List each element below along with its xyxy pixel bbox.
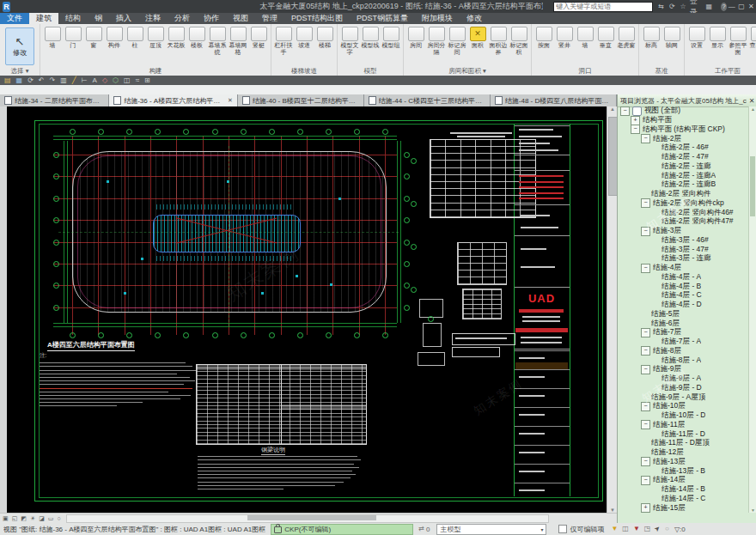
tree-item[interactable]: 结施-14层 - B — [618, 485, 749, 495]
text-icon[interactable]: A — [93, 76, 97, 85]
ribbon-tab-结构[interactable]: 结构 — [58, 13, 88, 24]
maximize-button[interactable]: ▢ — [736, 0, 746, 13]
panel-label[interactable]: 模型 — [338, 66, 403, 76]
ribbon-tab-协作[interactable]: 协作 — [197, 13, 226, 24]
view-tab-1[interactable]: 结施-36 - A楼四至六层结构平面...✕ — [109, 94, 238, 106]
shadows-icon[interactable]: ◪ — [39, 514, 45, 523]
tree-item[interactable]: 结施-14层 - C — [618, 495, 749, 504]
minimize-button[interactable]: — — [727, 0, 736, 13]
tree-item[interactable]: −结施-3层 — [618, 227, 749, 236]
tool-墙[interactable]: 墙 — [42, 26, 63, 49]
search-arrows-icon[interactable]: ⇆ — [658, 3, 664, 11]
revit-logo-icon[interactable]: R — [3, 2, 10, 12]
tree-item[interactable]: 结施-7层 - A — [618, 337, 749, 347]
tool-设置[interactable]: 设置 — [686, 26, 707, 49]
undo-icon[interactable]: ↶ — [39, 76, 45, 85]
tree-item[interactable]: 结施-2层 - 连廊A — [618, 171, 749, 180]
tree-expander-icon[interactable]: − — [641, 328, 650, 337]
visual-style-icon[interactable]: ◩ — [21, 514, 27, 523]
sync-icon[interactable]: ⟳ — [669, 3, 675, 11]
tree-item[interactable]: 结施-8层 - A — [618, 356, 749, 365]
tree-item[interactable]: 结施-10层 - D — [618, 411, 749, 421]
tree-item[interactable]: 结施-12层 — [618, 448, 749, 458]
tool-模型组[interactable]: 模型组 — [381, 26, 401, 49]
tree-item[interactable]: +结构平面 — [618, 116, 749, 125]
tool-房间[interactable]: 房间 — [405, 26, 426, 49]
panel-label[interactable]: 楼梯坡道 — [271, 66, 337, 76]
tool-天花板[interactable]: 天花板 — [166, 26, 186, 49]
tree-item[interactable]: −结施-2层 竖向构件ckp — [618, 199, 749, 209]
tool-轴网[interactable]: 轴网 — [662, 26, 682, 49]
tool-面积[interactable]: ✕面积 — [467, 26, 488, 49]
ribbon-tab-建筑[interactable]: 建筑 — [29, 13, 58, 24]
tree-item[interactable]: +结施-15层 — [618, 503, 749, 513]
tree-expander-icon[interactable]: − — [641, 198, 650, 208]
tool-栏杆扶手[interactable]: 栏杆扶手 — [273, 26, 294, 55]
isolate-icon[interactable]: ▼ — [633, 525, 640, 533]
tree-expander-icon[interactable]: − — [641, 134, 650, 143]
tool-标高[interactable]: 标高 — [641, 26, 662, 49]
tool-门[interactable]: 门 — [63, 26, 83, 49]
ribbon-tab-PDST结构出图[interactable]: PDST结构出图 — [284, 13, 350, 24]
tool-坡道[interactable]: 坡道 — [294, 26, 314, 49]
panel-label[interactable]: 工作平面 — [685, 66, 756, 76]
tree-item[interactable]: −结施-14层 — [618, 476, 749, 485]
ribbon-tab-钢[interactable]: 钢 — [88, 13, 109, 24]
tool-模型线[interactable]: 模型线 — [360, 26, 381, 49]
tree-expander-icon[interactable]: + — [641, 503, 650, 513]
reveal-icon[interactable]: ◳ — [644, 525, 651, 533]
tag-icon[interactable]: ◇ — [102, 76, 107, 85]
tree-item[interactable]: 结施-2层 - 连廊B — [618, 180, 749, 190]
tree-item[interactable]: 结施-13层 - B — [618, 466, 749, 476]
tool-构件[interactable]: 构件 — [104, 26, 125, 49]
tree-item[interactable]: −结施-10层 — [618, 402, 749, 411]
ribbon-tab-附加模块[interactable]: 附加模块 — [415, 13, 460, 24]
tree-item[interactable]: 结施-4层 - B — [618, 282, 749, 291]
ribbon-tab-PDST钢筋算量[interactable]: PDST钢筋算量 — [350, 13, 415, 24]
ribbon-tab-插入[interactable]: 插入 — [109, 13, 138, 24]
save-icon[interactable]: ▦ — [16, 76, 23, 85]
sync-icon[interactable]: ⟳ — [27, 76, 34, 85]
tree-item[interactable]: 结施-2层 - 47# — [618, 153, 749, 162]
detail-level-icon[interactable]: ◱ — [12, 514, 18, 523]
tree-item[interactable]: 结施-2层 竖向构件46# — [618, 208, 749, 217]
select-arrow-icon[interactable]: ➤ — [653, 524, 663, 534]
tree-item[interactable]: 结施-3层 - 连廊 — [618, 254, 749, 264]
scroll-thumb[interactable] — [247, 515, 376, 520]
edit-requests-icon[interactable]: ⇄ — [418, 525, 424, 533]
tool-面积边界[interactable]: 面积边界 — [488, 26, 509, 55]
open-icon[interactable]: ▤ — [4, 76, 11, 85]
workset-indicator[interactable]: CKP(不可编辑) — [271, 524, 413, 535]
ribbon-tab-管理[interactable]: 管理 — [255, 13, 284, 24]
tool-竖梃[interactable]: 竖梃 — [248, 26, 269, 49]
tool-查看器[interactable]: 查看器 — [748, 26, 756, 49]
tree-item[interactable]: −结施-9层 — [618, 365, 749, 374]
selection-filter[interactable]: ▽ :0 — [674, 526, 686, 533]
tree-item[interactable]: 结施-9层 - A — [618, 374, 749, 384]
close-icon[interactable]: ✕ — [747, 97, 756, 105]
scale-icon[interactable]: ▣ — [3, 514, 9, 523]
constraints-icon[interactable]: ○ — [665, 525, 669, 533]
tree-expander-icon[interactable]: − — [641, 227, 650, 236]
tree-expander-icon[interactable]: − — [620, 106, 630, 116]
tree-expander-icon[interactable]: − — [641, 365, 650, 374]
tool-显示[interactable]: 显示 — [707, 26, 728, 49]
tool-参照平面[interactable]: 参照平面 — [728, 26, 748, 55]
thin-lines-icon[interactable]: ≈ — [136, 76, 139, 85]
tool-楼板[interactable]: 楼板 — [186, 26, 207, 49]
tree-item[interactable]: −结施-7层 — [618, 328, 749, 337]
tree-item[interactable]: 结施-2层 竖向构件47# — [618, 217, 749, 227]
unhide-funnel-icon[interactable]: ▼ — [611, 525, 618, 533]
tree-item[interactable]: 结施-11层 - D屋顶 — [618, 439, 749, 448]
redo-icon[interactable]: ↷ — [50, 76, 56, 85]
tree-item[interactable]: −结施-11层 — [618, 421, 749, 430]
tree-expander-icon[interactable]: + — [631, 116, 640, 125]
view-tab-3[interactable]: 结施-44 - C楼四至十三层结构平面... — [364, 94, 491, 106]
browser-vertical-scrollbar[interactable]: ▲ ▼ — [748, 106, 756, 513]
tool-老虎窗[interactable]: 老虎窗 — [616, 26, 637, 49]
tool-房间分隔[interactable]: 房间分隔 — [426, 26, 447, 55]
close-hidden-icon[interactable]: ◫ — [622, 525, 629, 533]
tree-expander-icon[interactable]: − — [641, 264, 650, 273]
tree-item[interactable]: −视图 (全部) — [618, 106, 749, 116]
ribbon-tab-分析[interactable]: 分析 — [168, 13, 197, 24]
